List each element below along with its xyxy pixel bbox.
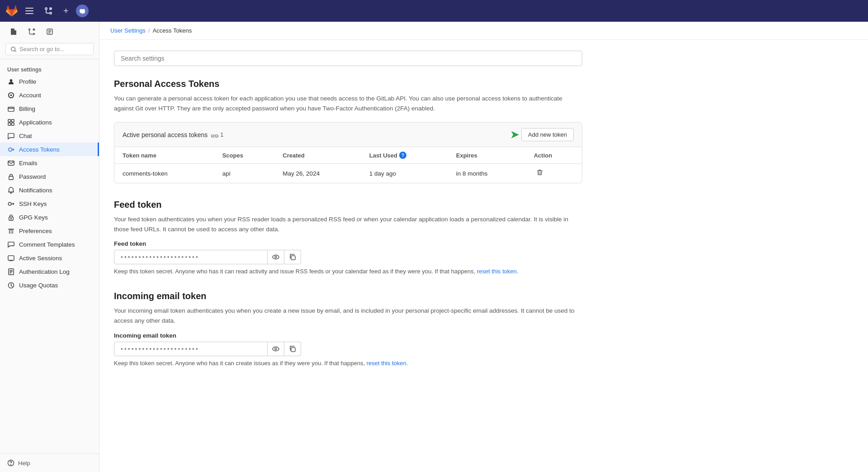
token-card-header: Active personal access tokens 1 ➤ Add ne… <box>114 123 582 147</box>
sidebar-icon-merge[interactable] <box>24 25 40 39</box>
svg-rect-15 <box>8 107 14 111</box>
main-content: User Settings / Access Tokens Personal A… <box>99 22 868 472</box>
feed-token-input[interactable] <box>114 250 268 264</box>
last-used-info-icon[interactable]: ? <box>399 152 406 159</box>
sidebar-item-active-sessions[interactable]: Active Sessions <box>0 251 99 265</box>
account-icon <box>7 91 14 99</box>
feed-token-desc: Your feed token authenticates you when y… <box>114 215 582 234</box>
svg-point-34 <box>273 347 279 351</box>
project-avatar[interactable] <box>76 5 89 17</box>
sidebar-item-label-usage-quotas: Usage Quotas <box>19 282 58 289</box>
sidebar-item-chat[interactable]: Chat <box>0 129 99 143</box>
sidebar-search[interactable]: Search or go to... <box>5 43 94 55</box>
sidebar-icon-compose[interactable] <box>42 25 58 39</box>
svg-point-20 <box>8 148 12 151</box>
incoming-email-token-copy-btn[interactable] <box>284 342 301 356</box>
sidebar-item-label-billing: Billing <box>19 105 35 112</box>
incoming-email-token-title: Incoming email token <box>114 291 582 301</box>
sidebar-nav: User settings Profile Account Bi <box>0 59 99 453</box>
sidebar-item-label-account: Account <box>19 92 41 99</box>
breadcrumb-current: Access Tokens <box>153 27 192 34</box>
table-row: comments-token api May 26, 2024 1 day ag… <box>114 164 582 183</box>
th-last-used: Last Used ? <box>361 147 448 164</box>
gpg-keys-icon <box>7 214 14 221</box>
token-card-header-left: Active personal access tokens 1 <box>123 131 224 138</box>
trash-icon <box>537 169 543 176</box>
feed-token-reset-link[interactable]: reset this token. <box>477 268 519 275</box>
sidebar-icon-doc[interactable] <box>5 25 22 39</box>
personal-access-tokens-desc: You can generate a personal access token… <box>114 94 582 113</box>
svg-rect-1 <box>25 10 33 11</box>
sidebar-item-label-gpg-keys: GPG Keys <box>19 214 48 221</box>
active-tokens-card: Active personal access tokens 1 ➤ Add ne… <box>114 122 582 183</box>
table-header-row: Token name Scopes Created Last Used ? Ex <box>114 147 582 164</box>
sidebar-item-label-profile: Profile <box>19 78 36 85</box>
usage-quotas-icon <box>7 281 14 289</box>
svg-rect-2 <box>25 13 33 14</box>
delete-token-button[interactable] <box>534 168 546 178</box>
svg-rect-26 <box>8 255 14 260</box>
sidebar-item-account[interactable]: Account <box>0 88 99 102</box>
th-action: Action <box>526 147 582 164</box>
svg-point-35 <box>275 348 277 350</box>
link-icon <box>211 132 218 138</box>
sidebar-item-notifications[interactable]: Notifications <box>0 183 99 197</box>
sidebar-item-profile[interactable]: Profile <box>0 75 99 88</box>
feed-token-copy-btn[interactable] <box>284 250 301 264</box>
svg-rect-36 <box>291 348 295 352</box>
sidebar-item-ssh-keys[interactable]: SSH Keys <box>0 197 99 210</box>
sidebar-item-gpg-keys[interactable]: GPG Keys <box>0 210 99 224</box>
sidebar-item-billing[interactable]: Billing <box>0 102 99 115</box>
svg-rect-33 <box>291 256 295 260</box>
feed-token-reveal-btn[interactable] <box>268 250 284 264</box>
sidebar-item-access-tokens[interactable]: Access Tokens <box>0 143 99 156</box>
sidebar: Search or go to... User settings Profile… <box>0 22 99 472</box>
breadcrumb: User Settings / Access Tokens <box>99 22 868 40</box>
incoming-email-token-reveal-btn[interactable] <box>268 342 284 356</box>
merge-requests-btn[interactable] <box>41 5 56 17</box>
th-token-name: Token name <box>114 147 214 164</box>
incoming-email-token-reset-link[interactable]: reset this token. <box>367 360 408 367</box>
token-count-badge: 1 <box>211 131 223 138</box>
incoming-email-token-input-row <box>114 342 582 356</box>
copy-icon <box>289 253 296 261</box>
token-last-used-cell: 1 day ago <box>361 164 448 183</box>
sidebar-item-label-notifications: Notifications <box>19 187 52 194</box>
svg-rect-19 <box>11 123 14 125</box>
eye-icon <box>272 345 279 353</box>
new-item-btn[interactable]: + <box>60 5 72 17</box>
sidebar-item-comment-templates[interactable]: Comment Templates <box>0 238 99 251</box>
settings-search-input[interactable] <box>114 51 582 66</box>
sidebar-item-label-comment-templates: Comment Templates <box>19 241 75 248</box>
sidebar-item-emails[interactable]: Emails <box>0 156 99 170</box>
svg-point-14 <box>10 94 12 96</box>
incoming-email-token-desc: Your incoming email token authenticates … <box>114 306 582 325</box>
sidebar-item-password[interactable]: Password <box>0 170 99 183</box>
sidebar-item-label-access-tokens: Access Tokens <box>19 146 60 153</box>
th-created: Created <box>274 147 361 164</box>
svg-point-23 <box>8 202 11 205</box>
svg-point-13 <box>9 79 12 81</box>
breadcrumb-parent[interactable]: User Settings <box>110 27 146 34</box>
sidebar-item-applications[interactable]: Applications <box>0 115 99 129</box>
help-link[interactable]: Help <box>7 459 92 467</box>
sidebar-item-label-ssh-keys: SSH Keys <box>19 200 47 207</box>
active-sessions-icon <box>7 254 14 262</box>
sidebar-item-preferences[interactable]: Preferences <box>0 224 99 238</box>
feed-token-input-row <box>114 250 582 264</box>
incoming-email-token-label: Incoming email token <box>114 332 582 339</box>
add-new-token-button[interactable]: Add new token <box>521 128 574 141</box>
gitlab-logo <box>5 5 18 17</box>
svg-rect-21 <box>8 161 14 165</box>
personal-access-tokens-title: Personal Access Tokens <box>114 79 582 89</box>
preferences-icon <box>7 227 14 234</box>
sidebar-item-usage-quotas[interactable]: Usage Quotas <box>0 278 99 292</box>
incoming-email-token-input[interactable] <box>114 342 268 356</box>
sidebar-item-label-applications: Applications <box>19 119 52 126</box>
sidebar-item-authentication-log[interactable]: Authentication Log <box>0 265 99 278</box>
svg-point-31 <box>273 255 279 259</box>
plus-icon: + <box>63 6 69 15</box>
token-expires-cell: in 8 months <box>448 164 526 183</box>
sidebar-toggle-btn[interactable] <box>22 6 37 16</box>
incoming-email-token-section: Incoming email token Your incoming email… <box>114 291 582 366</box>
